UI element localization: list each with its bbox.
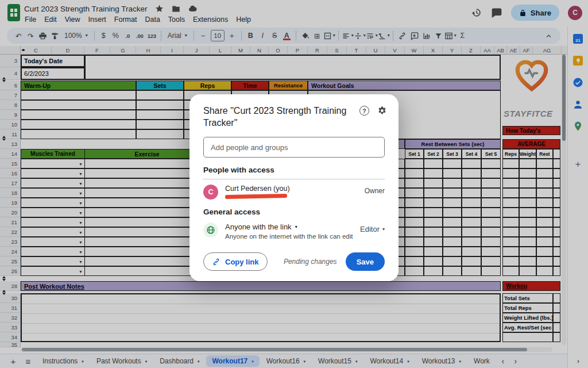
help-icon[interactable]: ?	[359, 106, 369, 116]
general-access-row: Anyone with the link▾ Anyone on the inte…	[203, 223, 385, 240]
copy-link-label: Copy link	[225, 258, 259, 266]
add-people-input[interactable]	[203, 137, 385, 158]
copy-link-button[interactable]: Copy link	[203, 252, 268, 271]
link-role-value: Editor	[360, 225, 380, 233]
link-access-description: Anyone on the internet with the link can…	[225, 233, 353, 240]
settings-gear-icon[interactable]	[377, 106, 387, 116]
people-with-access-heading: People with access	[203, 166, 385, 179]
chevron-down-icon: ▾	[295, 225, 297, 229]
save-button[interactable]: Save	[346, 252, 385, 271]
owner-role-label: Owner	[365, 185, 385, 195]
link-scope-value: Anyone with the link	[225, 223, 292, 231]
globe-icon	[203, 223, 218, 237]
general-access-heading: General access	[203, 208, 385, 216]
redacted-email-scribble	[225, 194, 287, 199]
pending-changes-label: Pending changes	[284, 258, 337, 266]
google-sheets-app: Curt 2023 Strength Training Tracker File…	[0, 0, 588, 368]
owner-name: Curt Pedersen (you)	[225, 185, 290, 193]
link-icon	[212, 258, 220, 266]
person-access-row[interactable]: C Curt Pedersen (you) Owner	[203, 179, 385, 200]
chevron-down-icon: ▾	[382, 227, 385, 232]
share-dialog-title: Share "Curt 2023 Strength Training Track…	[203, 105, 385, 129]
link-role-dropdown[interactable]: Editor▾	[360, 223, 385, 233]
share-dialog: Share "Curt 2023 Strength Training Track…	[189, 94, 399, 281]
owner-avatar: C	[203, 185, 218, 200]
link-scope-dropdown[interactable]: Anyone with the link▾	[225, 223, 353, 231]
